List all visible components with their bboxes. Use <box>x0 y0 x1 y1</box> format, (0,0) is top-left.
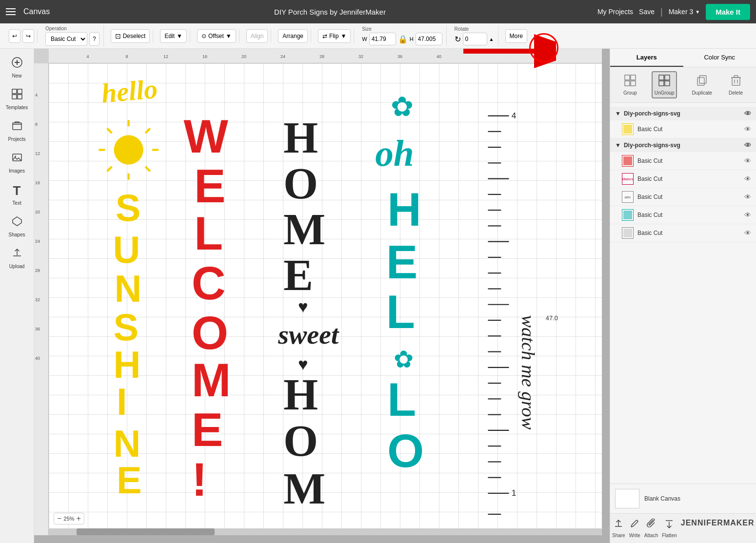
my-projects-link[interactable]: My Projects <box>597 8 633 16</box>
deselect-label: Deselect <box>123 33 146 39</box>
sidebar-item-upload[interactable]: Upload <box>2 243 32 273</box>
svg-text:♥: ♥ <box>298 297 308 316</box>
redo-button[interactable]: ↪ <box>22 29 34 43</box>
svg-text:E: E <box>117 459 142 501</box>
layer-5-name: Basic Cut <box>637 212 740 218</box>
layer-1-name: Basic Cut <box>637 126 740 133</box>
tab-color-sync[interactable]: Color Sync <box>683 49 756 67</box>
zoom-in-button[interactable]: + <box>76 514 80 523</box>
layer-6-name: Basic Cut <box>637 230 740 236</box>
group-eye-icon-2[interactable]: 👁 <box>744 141 751 149</box>
rotate-section: Rotate ↻ ▲ <box>451 25 498 46</box>
canvas-container[interactable]: 4 8 12 16 20 24 28 32 36 40 4 8 12 16 20… <box>34 49 602 535</box>
more-action-button[interactable]: JENNIFERMAKER <box>679 516 756 541</box>
layer-item-1[interactable]: Basic Cut 👁 <box>610 120 756 138</box>
sidebar-item-text[interactable]: T Text <box>2 179 32 210</box>
maker-selector[interactable]: Maker 3 ▼ <box>669 8 700 16</box>
group-icon <box>624 74 637 89</box>
attach-action-button[interactable]: Attach <box>642 516 660 541</box>
hamburger-menu[interactable] <box>6 8 16 15</box>
svg-rect-95 <box>697 78 704 85</box>
sidebar-item-images[interactable]: Images <box>2 148 32 177</box>
layer-5-eye[interactable]: 👁 <box>744 211 751 219</box>
sidebar-item-new[interactable]: New <box>2 53 32 82</box>
size-w-label: W <box>362 36 367 42</box>
layer-6-eye[interactable]: 👁 <box>744 229 751 237</box>
sidebar-templates-label: Templates <box>6 105 28 110</box>
edit-button[interactable]: Edit ▼ <box>160 29 187 43</box>
group-label: Group <box>623 90 637 96</box>
align-button[interactable]: Align <box>246 29 268 43</box>
share-action-button[interactable]: Share <box>610 516 627 541</box>
rotate-input[interactable] <box>463 33 487 45</box>
arrange-button[interactable]: Arrange <box>278 29 308 43</box>
layer-item-6[interactable]: Basic Cut 👁 <box>610 224 756 242</box>
make-it-button[interactable]: Make It <box>706 4 750 20</box>
size-h-label: H <box>410 36 414 42</box>
sidebar-item-templates[interactable]: Templates <box>2 84 32 114</box>
canvas-area: 4 8 12 16 20 24 28 32 36 40 4 8 12 16 20… <box>34 49 610 543</box>
horizontal-scrollbar[interactable] <box>49 528 602 535</box>
size-w-input[interactable] <box>369 33 396 45</box>
duplicate-button[interactable]: Duplicate <box>690 72 714 97</box>
flip-label: Flip <box>329 33 338 39</box>
layer-group-2-header[interactable]: ▼ Diy-porch-signs-svg 👁 <box>610 138 756 152</box>
flip-button[interactable]: ⇄ Flip ▼ <box>318 29 351 43</box>
group-button[interactable]: Group <box>621 72 639 97</box>
canvas-drawing-area[interactable]: hello S U N S H I <box>49 63 602 535</box>
divider: | <box>660 7 663 17</box>
operation-select[interactable]: Basic Cut <box>45 32 87 46</box>
sidebar-item-shapes[interactable]: Shapes <box>2 212 32 241</box>
zoom-out-button[interactable]: − <box>57 514 61 523</box>
layer-item-2[interactable]: Basic Cut 👁 <box>610 152 756 170</box>
upload-icon <box>11 247 23 262</box>
layer-2-eye[interactable]: 👁 <box>744 157 751 165</box>
sidebar-images-label: Images <box>9 168 25 174</box>
sidebar-upload-label: Upload <box>9 264 25 269</box>
flatten-action-button[interactable]: Flatten <box>660 516 679 541</box>
layer-4-eye[interactable]: 👁 <box>744 193 751 201</box>
size-h-input[interactable] <box>416 33 442 45</box>
svg-text:E: E <box>283 251 313 300</box>
lock-icon: 🔒 <box>398 35 408 44</box>
svg-rect-97 <box>732 78 740 85</box>
sidebar-item-projects[interactable]: Projects <box>2 116 32 146</box>
offset-label: Offset <box>208 33 224 39</box>
operation-help-button[interactable]: ? <box>89 32 99 46</box>
layer-item-3[interactable]: Makers Basic Cut 👁 <box>610 170 756 188</box>
layer-group-1-header[interactable]: ▼ Diy-porch-signs-svg 👁 <box>610 107 756 120</box>
ungroup-button[interactable]: UnGroup <box>652 71 677 98</box>
svg-point-12 <box>114 135 143 164</box>
save-button[interactable]: Save <box>639 8 655 16</box>
deselect-button[interactable]: ⊡ Deselect <box>111 29 150 43</box>
duplicate-label: Duplicate <box>692 90 712 96</box>
delete-button[interactable]: Delete <box>727 72 745 97</box>
more-group: More <box>502 29 530 43</box>
ruler-vertical: 4 8 12 16 20 24 28 32 36 40 <box>34 63 49 535</box>
svg-text:H: H <box>283 370 318 419</box>
blank-canvas-section: Blank Canvas <box>610 484 756 513</box>
right-panel: Layers Color Sync Group <box>610 49 756 543</box>
svg-text:oh: oh <box>375 133 414 174</box>
offset-button[interactable]: ⊙ Offset ▼ <box>197 29 236 43</box>
svg-rect-6 <box>18 95 22 99</box>
write-action-button[interactable]: Write <box>627 516 642 541</box>
edit-chevron-icon: ▼ <box>177 33 182 39</box>
topbar-right: My Projects Save | Maker 3 ▼ Make It <box>597 4 750 20</box>
svg-text:✿: ✿ <box>394 346 414 372</box>
rotate-icon: ↻ <box>455 35 461 44</box>
more-button[interactable]: More <box>505 29 527 43</box>
group-eye-icon-1[interactable]: 👁 <box>744 110 751 117</box>
delete-icon <box>730 74 742 89</box>
layer-item-5[interactable]: Basic Cut 👁 <box>610 206 756 224</box>
svg-text:H: H <box>113 344 140 386</box>
layer-1-eye[interactable]: 👁 <box>744 125 751 133</box>
toolbar: ↩ ↪ Operation Basic Cut ? ⊡ Deselect Edi… <box>0 23 756 49</box>
tab-layers[interactable]: Layers <box>610 49 683 67</box>
svg-rect-88 <box>631 81 636 86</box>
layer-3-eye[interactable]: 👁 <box>744 175 751 183</box>
left-sidebar: New Templates Projects <box>0 49 34 543</box>
chevron-down-icon: ▼ <box>695 9 700 15</box>
undo-button[interactable]: ↩ <box>9 29 20 43</box>
layer-item-4[interactable]: abc Basic Cut 👁 <box>610 188 756 206</box>
